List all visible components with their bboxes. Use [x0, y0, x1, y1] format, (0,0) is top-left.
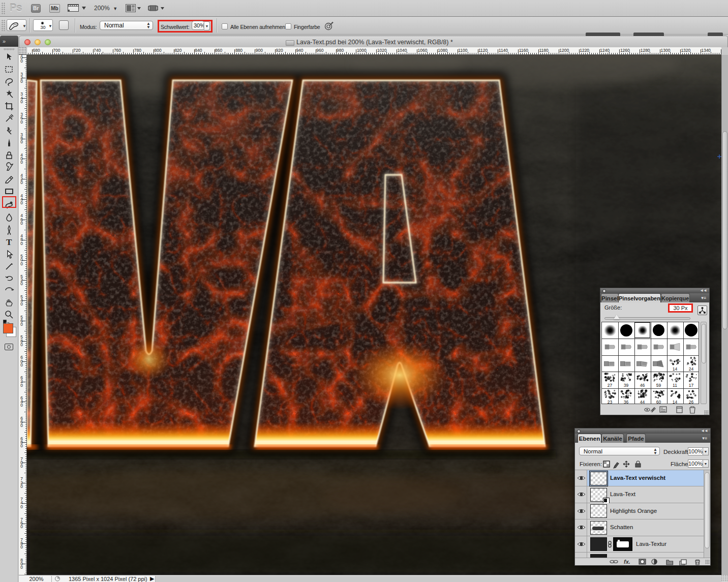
svg-text:fx.: fx. — [624, 559, 630, 565]
svg-text:T: T — [6, 237, 12, 247]
